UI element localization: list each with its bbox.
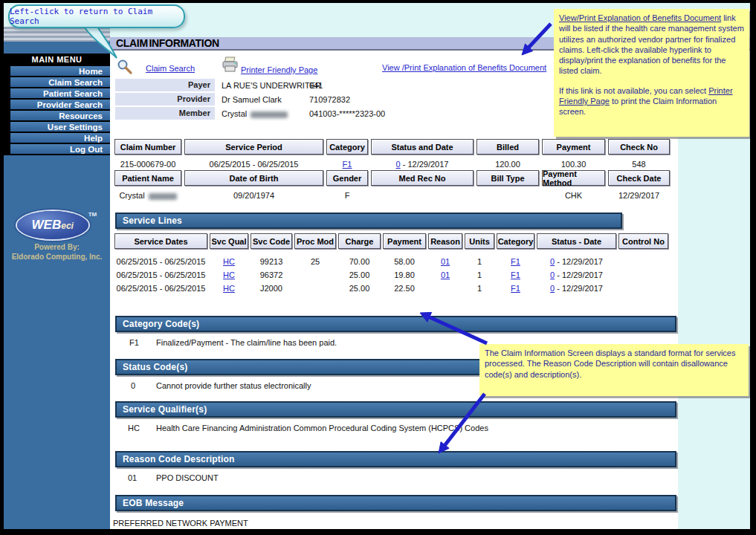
proc-mod: 25 <box>294 257 336 266</box>
page: MAIN MENU Home Claim Search Patient Sear… <box>4 3 750 529</box>
category-desc: Finalized/Payment - The claim/line has b… <box>156 338 337 347</box>
decorative-stripe-band <box>4 27 110 42</box>
member-label: Member <box>115 107 215 120</box>
sidebar-header: MAIN MENU <box>4 54 110 66</box>
charge: 70.00 <box>338 257 381 266</box>
status-code: 0 <box>131 381 135 390</box>
service-qualifier-bar: Service Qualifier(s) <box>115 401 676 418</box>
control-no <box>618 270 668 279</box>
sl-category-link[interactable]: F1 <box>511 284 520 293</box>
col-payment: Payment <box>542 139 605 155</box>
svc-qual-link[interactable]: HC <box>223 257 235 266</box>
note-eob-doc-link-text: View/Print Explanation of Benefits Docum… <box>559 13 721 22</box>
col-sl-payment: Payment <box>383 233 426 249</box>
sl-payment: 58.00 <box>383 257 426 266</box>
member-name: Crystal <box>222 109 288 118</box>
redacted-surname <box>149 193 177 200</box>
printer-friendly-link[interactable]: Printer Friendly Page <box>241 65 317 74</box>
provider-name: Dr Samuel Clark <box>222 95 282 104</box>
sidebar-item-user-settings[interactable]: User Settings <box>10 122 110 133</box>
sidebar-item-provider-search[interactable]: Provider Search <box>10 100 110 111</box>
status-date: - 12/29/2017 <box>401 160 449 169</box>
svc-code: 99213 <box>251 257 292 266</box>
magnifier-icon[interactable] <box>117 59 133 75</box>
patient-name: Crystal <box>114 191 181 200</box>
reason-link[interactable]: 01 <box>441 270 450 279</box>
sl-dates: 06/25/2015 - 06/25/2015 <box>114 257 207 266</box>
sidebar-item-home[interactable]: Home <box>10 66 110 77</box>
col-sl-status-date: Status - Date <box>537 233 616 249</box>
reason-code: 01 <box>128 473 137 482</box>
sl-payment: 19.80 <box>383 270 426 279</box>
service-lines-bar: Service Lines <box>115 213 622 229</box>
sidebar-item-log-out[interactable]: Log Out <box>10 144 110 155</box>
claim-search-link[interactable]: Claim Search <box>146 64 195 73</box>
provider-label: Provider <box>115 93 215 106</box>
sidebar-item-claim-search[interactable]: Claim Search <box>10 77 110 88</box>
service-line-row: 06/25/2015 - 06/25/2015 HC 96372 25.00 1… <box>114 270 668 279</box>
eob-message: PREFERRED NETWORK PAYMENT <box>113 519 248 528</box>
sl-dates: 06/25/2015 - 06/25/2015 <box>114 284 207 293</box>
category-codes-bar: Category Code(s) <box>115 316 676 332</box>
sidebar-item-help[interactable]: Help <box>10 133 110 144</box>
reason-link[interactable]: 01 <box>441 257 450 266</box>
col-reason: Reason <box>428 233 462 249</box>
proc-mod <box>294 284 336 293</box>
service-line-row: 06/25/2015 - 06/25/2015 HC J2000 25.00 2… <box>114 284 668 293</box>
col-svc-qual: Svc Qual <box>210 233 248 249</box>
col-billed: Billed <box>476 139 539 155</box>
sl-status-date: - 12/29/2017 <box>555 270 603 279</box>
col-payment-method: Payment Method <box>542 170 605 186</box>
sl-category-link[interactable]: F1 <box>511 257 520 266</box>
col-med-rec-no: Med Rec No <box>371 170 474 186</box>
sidebar-item-resources[interactable]: Resources <box>10 111 110 122</box>
service-period: 06/25/2015 - 06/25/2015 <box>184 160 323 169</box>
category-link[interactable]: F1 <box>343 160 352 169</box>
col-control-no: Control No <box>618 233 668 249</box>
webeci-logo: WEBeciTM Powered By: Eldorado Computing,… <box>4 211 110 262</box>
payer-id: 041 <box>309 81 323 90</box>
svc-qual-link[interactable]: HC <box>223 284 235 293</box>
col-dob: Date of Birth <box>184 170 323 186</box>
claim-search-callout: Left-click to return to Claim Search <box>8 4 185 28</box>
col-sl-category: Category <box>497 233 534 249</box>
charge: 25.00 <box>338 284 381 293</box>
svc-qual-link[interactable]: HC <box>223 270 235 279</box>
payment-amount: 100.30 <box>542 160 605 169</box>
eob-document-link[interactable]: View /Print Explanation of Benefits Docu… <box>382 63 546 72</box>
col-units: Units <box>465 233 494 249</box>
col-patient-name: Patient Name <box>114 170 181 186</box>
patient-table-header: Patient Name Date of Birth Gender Med Re… <box>114 170 670 186</box>
col-bill-type: Bill Type <box>476 170 539 186</box>
col-check-no: Check No <box>608 139 670 155</box>
company-name: Eldorado Computing, Inc. <box>12 253 103 261</box>
check-no: 548 <box>608 160 670 169</box>
provider-id: 710972832 <box>309 95 350 104</box>
reason-code-bar: Reason Code Description <box>115 451 676 467</box>
med-rec-no <box>371 191 474 200</box>
service-lines-header: Service Dates Svc Qual Svc Code Proc Mod… <box>114 233 668 249</box>
sl-status-date: - 12/29/2017 <box>555 284 603 293</box>
patient-gender: F <box>326 191 368 200</box>
payer-name: LA RUE'S UNDERWRITER <box>222 81 321 90</box>
billed-amount: 120.00 <box>476 160 539 169</box>
qualifier-desc: Health Care Financing Administration Com… <box>156 424 488 432</box>
col-charge: Charge <box>338 233 381 249</box>
redacted-surname <box>251 111 288 118</box>
member-id: 041003-*****2323-00 <box>309 109 385 118</box>
col-svc-code: Svc Code <box>251 233 292 249</box>
col-check-date: Check Date <box>608 170 670 186</box>
reason-desc: PPO DISCOUNT <box>156 473 219 482</box>
sidebar-item-patient-search[interactable]: Patient Search <box>10 88 110 100</box>
claim-number: 215-000679-00 <box>114 160 181 169</box>
control-no <box>618 257 668 266</box>
sl-dates: 06/25/2015 - 06/25/2015 <box>114 270 207 279</box>
sl-category-link[interactable]: F1 <box>511 270 520 279</box>
col-status-date: Status and Date <box>371 139 474 155</box>
printer-icon[interactable] <box>222 56 239 73</box>
col-service-dates: Service Dates <box>114 233 207 249</box>
proc-mod <box>294 270 336 279</box>
sidebar: MAIN MENU Home Claim Search Patient Sear… <box>4 42 110 529</box>
app-window: MAIN MENU Home Claim Search Patient Sear… <box>0 0 756 535</box>
screen-format-annotation-note: The Claim Information Screen displays a … <box>479 344 749 396</box>
